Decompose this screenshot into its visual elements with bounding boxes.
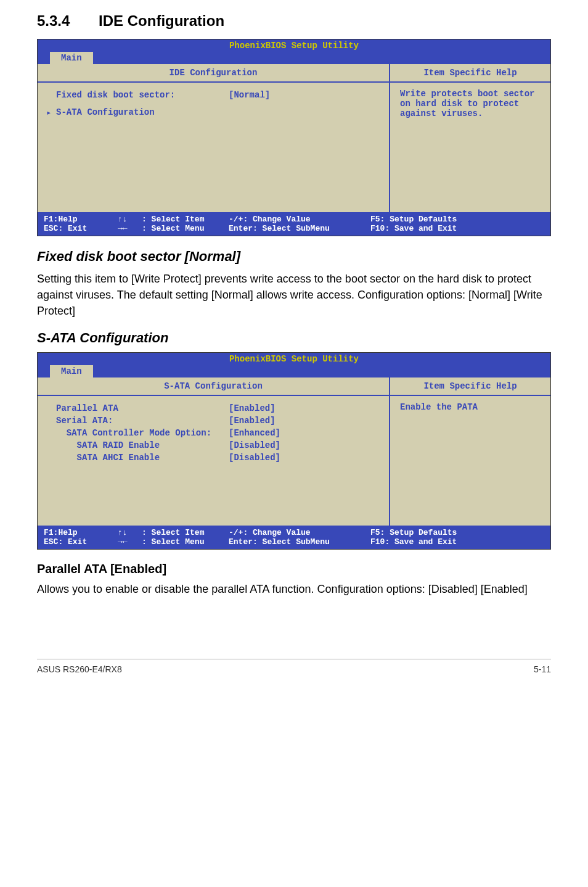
setting-sata-controller-mode[interactable]: SATA Controller Mode Option: [Enhanced] bbox=[44, 427, 383, 439]
key-nav-h: →← : Select Menu bbox=[118, 537, 229, 547]
setting-value: [Normal] bbox=[229, 90, 383, 100]
key-f1-help: F1:Help bbox=[44, 215, 118, 224]
setting-value: [Disabled] bbox=[229, 440, 383, 450]
key-f10-save: F10: Save and Exit bbox=[370, 224, 544, 233]
paragraph-parallel-ata: Allows you to enable or disable the para… bbox=[37, 581, 551, 597]
bios-tab-row: Main bbox=[38, 365, 550, 377]
bios-title: PhoenixBIOS Setup Utility bbox=[38, 353, 550, 365]
bios-body: IDE Configuration Fixed disk boot sector… bbox=[38, 64, 550, 212]
key-change-value: -/+: Change Value bbox=[229, 215, 370, 224]
setting-parallel-ata[interactable]: Parallel ATA [Enabled] bbox=[44, 402, 383, 415]
setting-label: Parallel ATA bbox=[44, 403, 229, 413]
arrows-v-icon: ↑↓ bbox=[118, 215, 128, 224]
tab-main[interactable]: Main bbox=[50, 365, 93, 377]
section-heading: 5.3.4 IDE Configuration bbox=[37, 12, 551, 30]
bios-content: Fixed disk boot sector: [Normal] ▸ S-ATA… bbox=[38, 83, 389, 212]
arrows-h-icon: →← bbox=[118, 537, 128, 547]
footer-col4: F5: Setup Defaults F10: Save and Exit bbox=[370, 215, 544, 233]
subheading-sata-config: S-ATA Configuration bbox=[37, 330, 551, 346]
key-f5-defaults: F5: Setup Defaults bbox=[370, 215, 544, 224]
setting-sata-raid-enable[interactable]: SATA RAID Enable [Disabled] bbox=[44, 439, 383, 452]
help-header: Item Specific Help bbox=[390, 377, 550, 396]
key-nav-v: ↑↓ : Select Item bbox=[118, 528, 229, 537]
setting-value: [Disabled] bbox=[229, 453, 383, 463]
key-nav-h: →← : Select Menu bbox=[118, 224, 229, 233]
help-header: Item Specific Help bbox=[390, 64, 550, 83]
bios-tab-row: Main bbox=[38, 52, 550, 64]
bios-footer: F1:Help ESC: Exit ↑↓ : Select Item →← : … bbox=[38, 526, 550, 549]
tab-main[interactable]: Main bbox=[50, 52, 93, 64]
key-f5-defaults: F5: Setup Defaults bbox=[370, 528, 544, 537]
bios-title-bar: PhoenixBIOS Setup Utility bbox=[38, 39, 550, 52]
panel-header: IDE Configuration bbox=[38, 64, 389, 83]
bios-help-panel: Item Specific Help Enable the PATA bbox=[390, 377, 550, 526]
footer-page-number: 5-11 bbox=[534, 664, 551, 674]
key-esc-exit: ESC: Exit bbox=[44, 537, 118, 547]
key-esc-exit: ESC: Exit bbox=[44, 224, 118, 233]
footer-col4: F5: Setup Defaults F10: Save and Exit bbox=[370, 528, 544, 547]
footer-product: ASUS RS260-E4/RX8 bbox=[37, 664, 122, 674]
section-title: IDE Configuration bbox=[99, 12, 224, 29]
setting-serial-ata[interactable]: Serial ATA: [Enabled] bbox=[44, 415, 383, 427]
bios-left-panel: IDE Configuration Fixed disk boot sector… bbox=[38, 64, 390, 212]
bios-body: S-ATA Configuration Parallel ATA [Enable… bbox=[38, 377, 550, 526]
key-f10-save: F10: Save and Exit bbox=[370, 537, 544, 547]
bios-window-sata-config: PhoenixBIOS Setup Utility Main S-ATA Con… bbox=[37, 352, 551, 550]
footer-col3: -/+: Change Value Enter: Select SubMenu bbox=[229, 528, 370, 547]
footer-col2: ↑↓ : Select Item →← : Select Menu bbox=[118, 528, 229, 547]
arrows-h-icon: →← bbox=[118, 224, 128, 233]
footer-col2: ↑↓ : Select Item →← : Select Menu bbox=[118, 215, 229, 233]
footer-col3: -/+: Change Value Enter: Select SubMenu bbox=[229, 215, 370, 233]
key-change-value: -/+: Change Value bbox=[229, 528, 370, 537]
paragraph-fixed-disk: Setting this item to [Write Protect] pre… bbox=[37, 271, 551, 319]
submenu-sata-config[interactable]: ▸ S-ATA Configuration bbox=[44, 106, 383, 118]
setting-label: Serial ATA: bbox=[44, 416, 229, 426]
footer-col1: F1:Help ESC: Exit bbox=[44, 215, 118, 233]
key-enter-submenu: Enter: Select SubMenu bbox=[229, 224, 370, 233]
setting-sata-ahci-enable[interactable]: SATA AHCI Enable [Disabled] bbox=[44, 452, 383, 464]
bios-help-panel: Item Specific Help Write protects boot s… bbox=[390, 64, 550, 212]
setting-label: SATA RAID Enable bbox=[44, 440, 229, 450]
footer-col1: F1:Help ESC: Exit bbox=[44, 528, 118, 547]
setting-value: [Enhanced] bbox=[229, 428, 383, 438]
page-footer: ASUS RS260-E4/RX8 5-11 bbox=[37, 659, 551, 674]
bios-title: PhoenixBIOS Setup Utility bbox=[38, 39, 550, 52]
arrows-v-icon: ↑↓ bbox=[118, 528, 128, 537]
bios-left-panel: S-ATA Configuration Parallel ATA [Enable… bbox=[38, 377, 390, 526]
key-nav-v: ↑↓ : Select Item bbox=[118, 215, 229, 224]
setting-value: [Enabled] bbox=[229, 416, 383, 426]
help-text: Enable the PATA bbox=[390, 396, 550, 418]
section-number: 5.3.4 bbox=[37, 12, 70, 30]
bios-footer: F1:Help ESC: Exit ↑↓ : Select Item →← : … bbox=[38, 212, 550, 236]
setting-fixed-disk[interactable]: Fixed disk boot sector: [Normal] bbox=[44, 89, 383, 101]
setting-label: SATA AHCI Enable bbox=[44, 453, 229, 463]
bios-window-ide-config: PhoenixBIOS Setup Utility Main IDE Confi… bbox=[37, 39, 551, 236]
setting-label: SATA Controller Mode Option: bbox=[44, 428, 229, 438]
subheading-fixed-disk: Fixed disk boot sector [Normal] bbox=[37, 249, 551, 265]
bios-content: Parallel ATA [Enabled] Serial ATA: [Enab… bbox=[38, 396, 389, 526]
submenu-arrow-icon: ▸ bbox=[46, 107, 51, 118]
setting-label: Fixed disk boot sector: bbox=[44, 90, 229, 100]
panel-header: S-ATA Configuration bbox=[38, 377, 389, 396]
bios-title-bar: PhoenixBIOS Setup Utility bbox=[38, 353, 550, 365]
submenu-label: S-ATA Configuration bbox=[44, 107, 229, 117]
setting-value: [Enabled] bbox=[229, 403, 383, 413]
help-text: Write protects boot sector on hard disk … bbox=[390, 83, 550, 125]
key-enter-submenu: Enter: Select SubMenu bbox=[229, 537, 370, 547]
key-f1-help: F1:Help bbox=[44, 528, 118, 537]
subheading-parallel-ata: Parallel ATA [Enabled] bbox=[37, 562, 551, 576]
